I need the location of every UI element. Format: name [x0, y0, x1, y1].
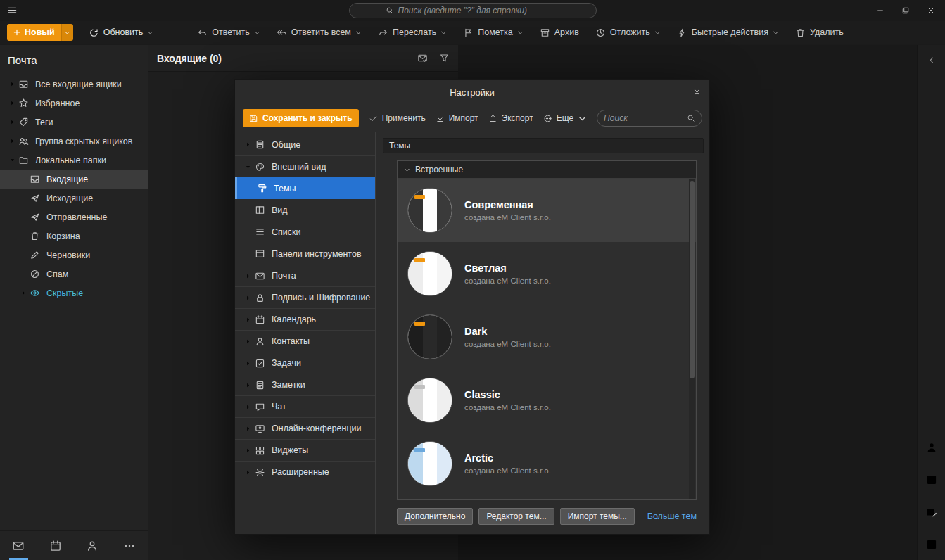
more-button[interactable]: Еще — [543, 113, 587, 123]
settings-nav-themes[interactable]: Темы — [235, 177, 375, 199]
settings-nav-lists[interactable]: Списки — [235, 221, 375, 243]
theme-action-button[interactable]: Дополнительно — [397, 508, 473, 525]
chevron-down-icon — [243, 164, 253, 170]
module-tab-more[interactable] — [111, 531, 148, 560]
settings-nav-widgets[interactable]: Виджеты — [235, 439, 375, 461]
save-and-close-button[interactable]: Сохранить и закрыть — [243, 109, 359, 127]
toolbar-button-forward[interactable]: Переслать — [372, 23, 452, 42]
toolbar-button-label: Отложить — [610, 27, 650, 37]
chevron-right-icon — [7, 138, 17, 144]
toolbar-button-snooze[interactable]: Отложить — [590, 23, 666, 42]
new-button[interactable]: Новый — [7, 24, 61, 41]
settings-nav-view[interactable]: Вид — [235, 199, 375, 221]
settings-nav-conferences[interactable]: Онлайн-конференции — [235, 417, 375, 439]
widgets-panel-button[interactable] — [925, 538, 938, 553]
sidebar-item-hidden-group[interactable]: Группа скрытых ящиков — [0, 132, 148, 151]
settings-nav-mail[interactable]: Почта — [235, 265, 375, 286]
theme-thumbnail — [407, 314, 452, 359]
theme-row[interactable]: Classicсоздана eM Client s.r.o. — [398, 369, 696, 432]
global-search-input[interactable] — [398, 6, 560, 15]
hidden-icon — [30, 288, 40, 298]
settings-nav-calendar[interactable]: Календарь — [235, 308, 375, 330]
settings-nav-toolbars[interactable]: Панели инструментов — [235, 243, 375, 265]
new-dropdown-button[interactable] — [61, 24, 73, 41]
settings-nav-contacts[interactable]: Контакты — [235, 330, 375, 352]
hamburger-menu-icon[interactable] — [7, 5, 18, 15]
settings-nav-label: Задачи — [272, 358, 301, 368]
sidebar-item-drafts[interactable]: Черновики — [0, 246, 148, 265]
sidebar-item-label: Входящие — [46, 174, 88, 184]
scrollbar-thumb[interactable] — [690, 181, 695, 378]
module-tabs — [0, 530, 148, 560]
theme-action-button[interactable]: Импорт темы... — [560, 508, 635, 525]
settings-nav-tasks[interactable]: Задачи — [235, 352, 375, 374]
apply-button[interactable]: Применить — [369, 113, 426, 123]
module-tab-contacts[interactable] — [74, 531, 111, 560]
settings-search-input[interactable] — [604, 113, 687, 123]
close-button[interactable] — [918, 0, 944, 21]
chevron-right-icon — [7, 100, 17, 106]
refresh-button[interactable]: Обновить — [83, 23, 160, 42]
mail-sidebar: Почта Все входящие ящикиИзбранноеТегиГру… — [0, 45, 148, 560]
toolbar-button-delete[interactable]: Удалить — [789, 23, 849, 42]
outbox-icon — [30, 193, 40, 203]
more-themes-link[interactable]: Больше тем — [647, 511, 697, 521]
toolbar-button-reply[interactable]: Ответить — [191, 23, 265, 42]
settings-search[interactable] — [597, 110, 702, 127]
filter-icon[interactable] — [439, 53, 450, 63]
module-tab-calendar[interactable] — [37, 531, 75, 560]
theme-author: создана eM Client s.r.o. — [464, 466, 551, 475]
toolbar-button-label: Ответить — [212, 27, 249, 37]
sidebar-item-favorites[interactable]: Избранное — [0, 94, 148, 113]
view-icon — [255, 205, 265, 215]
settings-nav-appearance[interactable]: Внешний вид — [235, 155, 375, 177]
sidebar-item-spam[interactable]: Спам — [0, 265, 148, 284]
minimize-button[interactable] — [868, 0, 893, 21]
sidebar-item-all-inboxes[interactable]: Все входящие ящики — [0, 75, 148, 94]
theme-action-button[interactable]: Редактор тем... — [478, 508, 554, 525]
chevron-down-icon — [517, 30, 524, 36]
chevron-down-icon — [773, 30, 779, 36]
settings-nav-advanced[interactable]: Расширенные — [235, 461, 375, 483]
global-search[interactable] — [349, 3, 597, 18]
sidebar-item-trash[interactable]: Корзина — [0, 227, 148, 246]
theme-row[interactable]: Darkсоздана eM Client s.r.o. — [398, 305, 696, 369]
maximize-button[interactable] — [893, 0, 918, 21]
theme-row[interactable]: Arcticсоздана eM Client s.r.o. — [398, 432, 696, 495]
mark-read-icon[interactable] — [417, 53, 428, 63]
agenda-panel-button[interactable] — [925, 473, 938, 488]
sidebar-item-local-folders[interactable]: Локальные папки — [0, 151, 148, 170]
toolbar-button-reply-all[interactable]: Ответить всем — [271, 23, 367, 42]
message-list-header: Входящие (0) — [148, 45, 458, 72]
toolbar-button-archive[interactable]: Архив — [534, 23, 585, 42]
chevron-right-icon — [243, 338, 253, 345]
compose-panel-button[interactable] — [925, 506, 938, 521]
settings-nav-general[interactable]: Общие — [235, 134, 375, 155]
sidebar-item-outbox[interactable]: Исходящие — [0, 189, 148, 208]
toolbar-button-flag[interactable]: Пометка — [457, 23, 529, 42]
apply-label: Применить — [382, 113, 426, 123]
contacts-panel-button[interactable] — [925, 441, 938, 456]
signature-icon — [255, 293, 265, 303]
module-tab-mail[interactable] — [0, 531, 37, 560]
toolbar-button-quick-actions[interactable]: Быстрые действия — [671, 23, 785, 42]
themes-group-header[interactable]: Встроенные — [398, 161, 696, 179]
sidebar-item-tags[interactable]: Теги — [0, 113, 148, 132]
sidebar-item-inbox[interactable]: Входящие — [0, 170, 148, 189]
settings-nav-notes[interactable]: Заметки — [235, 374, 375, 395]
themes-scrollbar[interactable] — [689, 179, 695, 499]
settings-nav-chat[interactable]: Чат — [235, 395, 375, 417]
inbox-all-icon — [18, 79, 29, 89]
export-button[interactable]: Экспорт — [488, 113, 533, 123]
collapse-sidebar-button[interactable] — [927, 56, 935, 64]
sidebar-item-hidden[interactable]: Скрытые — [0, 284, 148, 303]
sidebar-item-sent[interactable]: Отправленные — [0, 208, 148, 227]
refresh-icon — [89, 27, 99, 38]
theme-name: Современная — [464, 199, 551, 210]
theme-row[interactable]: Светлаясоздана eM Client s.r.o. — [398, 242, 696, 305]
import-button[interactable]: Импорт — [436, 113, 478, 123]
theme-thumbnail — [407, 441, 452, 486]
settings-nav-signature-encryption[interactable]: Подпись и Шифрование — [235, 286, 375, 308]
theme-row[interactable]: Современнаясоздана eM Client s.r.o. — [398, 179, 696, 242]
dialog-close-button[interactable] — [693, 89, 701, 96]
